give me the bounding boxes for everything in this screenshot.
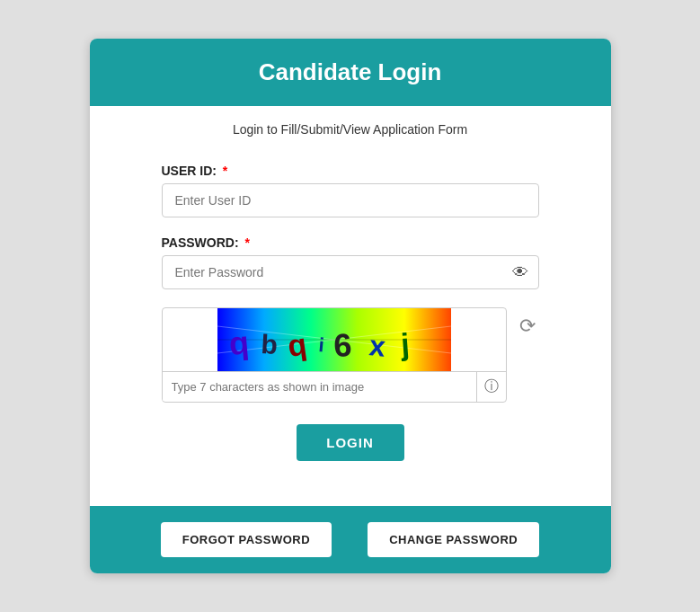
captcha-svg: q b q i 6 x j: [163, 308, 506, 371]
captcha-section: q b q i 6 x j ⓘ ⟳: [162, 307, 539, 403]
password-wrapper: 👁: [162, 255, 539, 289]
toggle-password-icon[interactable]: 👁: [512, 263, 528, 282]
login-button[interactable]: LOGIN: [297, 424, 404, 461]
captcha-help-button[interactable]: ⓘ: [476, 372, 506, 402]
userid-required-marker: *: [223, 164, 227, 178]
captcha-refresh-button[interactable]: ⟳: [516, 311, 539, 341]
captcha-box: q b q i 6 x j ⓘ: [162, 307, 507, 403]
card-header: Candidate Login: [90, 39, 611, 106]
forgot-password-button[interactable]: FORGOT PASSWORD: [161, 522, 332, 557]
password-label: PASSWORD: *: [162, 235, 539, 250]
subtitle: Login to Fill/Submit/View Application Fo…: [90, 106, 611, 146]
userid-label: USER ID: *: [162, 164, 539, 178]
svg-text:6: 6: [332, 326, 352, 364]
captcha-refresh-wrapper: ⟳: [516, 307, 539, 341]
captcha-input[interactable]: [163, 373, 476, 401]
svg-text:b: b: [260, 329, 278, 359]
card-footer: FORGOT PASSWORD CHANGE PASSWORD: [90, 506, 611, 573]
login-card: Candidate Login Login to Fill/Submit/Vie…: [90, 39, 611, 573]
change-password-button[interactable]: CHANGE PASSWORD: [368, 522, 539, 557]
password-required-marker: *: [244, 235, 249, 250]
captcha-input-row: ⓘ: [163, 371, 506, 402]
userid-group: USER ID: *: [162, 164, 539, 217]
password-input[interactable]: [162, 255, 539, 289]
svg-text:q: q: [227, 324, 250, 362]
password-group: PASSWORD: * 👁: [162, 235, 539, 289]
userid-input[interactable]: [162, 183, 539, 217]
page-title: Candidate Login: [108, 58, 593, 86]
card-body: USER ID: * PASSWORD: * 👁: [90, 146, 611, 506]
captcha-image: q b q i 6 x j: [163, 308, 506, 371]
